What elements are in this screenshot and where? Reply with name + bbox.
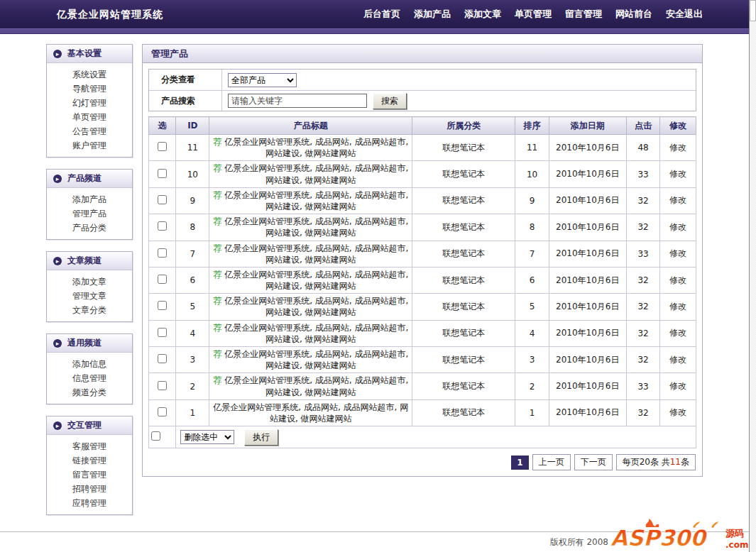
- category-select[interactable]: 全部产品: [228, 73, 297, 87]
- sidebar-item[interactable]: 账户管理: [47, 138, 132, 153]
- pagination: 1 上一页 下一页 每页20条 共11条: [148, 454, 696, 470]
- row-checkbox[interactable]: [158, 221, 167, 231]
- next-page-button[interactable]: 下一页: [574, 454, 613, 470]
- row-date: 2010年10月6日: [549, 161, 626, 187]
- edit-link[interactable]: 修改: [669, 275, 686, 285]
- prev-page-button[interactable]: 上一页: [532, 454, 571, 470]
- product-title: 亿景企业网站管理系统, 成品网站, 成品网站超市, 网站建设, 做网站建网站: [224, 243, 408, 265]
- col-clicks: 点击: [627, 117, 660, 135]
- row-checkbox[interactable]: [158, 195, 167, 204]
- sidebar-item[interactable]: 添加文章: [47, 275, 132, 289]
- sidebar-item[interactable]: 应聘管理: [47, 496, 132, 510]
- edit-link[interactable]: 修改: [669, 248, 686, 258]
- nav-item[interactable]: 添加文章: [464, 8, 501, 21]
- row-checkbox[interactable]: [158, 354, 167, 363]
- sidebar-item[interactable]: 信息管理: [47, 371, 132, 385]
- table-row: 10 荐亿景企业网站管理系统, 成品网站, 成品网站超市, 网站建设, 做网站建…: [149, 161, 696, 187]
- sidebar-item[interactable]: 导航管理: [47, 82, 132, 96]
- row-checkbox[interactable]: [158, 275, 167, 284]
- search-input[interactable]: [228, 94, 367, 108]
- sidebar-item[interactable]: 单页管理: [47, 110, 132, 124]
- row-checkbox[interactable]: [158, 169, 167, 178]
- nav-item[interactable]: 后台首页: [363, 8, 400, 21]
- row-category: 联想笔记本: [412, 161, 515, 187]
- row-id: 1: [176, 399, 209, 426]
- nav-item[interactable]: 网站前台: [615, 8, 652, 21]
- execute-button[interactable]: 执行: [244, 429, 278, 446]
- logo-brand-text: ASP300: [610, 525, 708, 551]
- scrollbar-thumb[interactable]: [750, 0, 756, 21]
- sidebar-item[interactable]: 频道分类: [47, 385, 132, 399]
- sidebar-item[interactable]: 文章分类: [47, 303, 132, 317]
- product-title: 亿景企业网站管理系统, 成品网站, 成品网站超市, 网站建设, 做网站建网站: [224, 163, 408, 184]
- table-row: 4 荐亿景企业网站管理系统, 成品网站, 成品网站超市, 网站建设, 做网站建网…: [149, 320, 696, 346]
- sidebar: ▸ 基本设置 系统设置导航管理幻灯管理单页管理公告管理账户管理 ▸ 产品频道 添…: [46, 44, 133, 526]
- edit-link[interactable]: 修改: [669, 169, 686, 179]
- row-checkbox[interactable]: [158, 407, 167, 416]
- sidebar-item[interactable]: 客服管理: [47, 439, 132, 453]
- sidebar-section-header: ▸ 通用频道: [47, 334, 132, 353]
- total-count: 11: [670, 457, 681, 467]
- sidebar-item[interactable]: 管理产品: [47, 206, 132, 221]
- vertical-scrollbar[interactable]: [749, 0, 756, 552]
- row-sort: 1: [515, 399, 549, 426]
- col-select: 选: [149, 117, 176, 135]
- row-clicks: 32: [627, 187, 660, 214]
- edit-link[interactable]: 修改: [669, 302, 686, 311]
- current-page: 1: [511, 456, 528, 470]
- row-id: 8: [176, 214, 209, 241]
- row-date: 2010年10月6日: [549, 241, 626, 267]
- edit-link[interactable]: 修改: [669, 355, 686, 365]
- sidebar-section-header: ▸ 基本设置: [47, 45, 132, 63]
- sidebar-item[interactable]: 公告管理: [47, 124, 132, 138]
- sidebar-item[interactable]: 招聘管理: [47, 482, 132, 496]
- nav-item[interactable]: 安全退出: [666, 8, 703, 21]
- row-checkbox[interactable]: [158, 301, 167, 310]
- select-all-checkbox[interactable]: [151, 431, 160, 441]
- row-clicks: 33: [627, 241, 660, 267]
- bulk-action-select[interactable]: 删除选中: [180, 430, 234, 444]
- table-row: 3 荐亿景企业网站管理系统, 成品网站, 成品网站超市, 网站建设, 做网站建网…: [149, 347, 696, 373]
- nav-item[interactable]: 单页管理: [515, 8, 552, 21]
- header-strip: [0, 28, 749, 34]
- row-clicks: 32: [627, 214, 660, 241]
- col-edit: 修改: [660, 117, 696, 135]
- row-clicks: 33: [627, 373, 660, 399]
- panel-body: 分类查看 全部产品 产品搜索 搜索: [143, 63, 702, 476]
- row-sort: 2: [515, 373, 549, 399]
- edit-link[interactable]: 修改: [669, 195, 686, 205]
- sidebar-item[interactable]: 添加信息: [47, 357, 132, 371]
- product-table-body: 11 荐亿景企业网站管理系统, 成品网站, 成品网站超市, 网站建设, 做网站建…: [149, 135, 696, 426]
- row-clicks: 32: [627, 347, 660, 373]
- row-checkbox[interactable]: [158, 248, 167, 258]
- row-checkbox[interactable]: [158, 328, 167, 337]
- row-clicks: 32: [627, 267, 660, 293]
- sidebar-item[interactable]: 添加产品: [47, 192, 132, 206]
- table-row: 1 亿景企业网站管理系统, 成品网站, 成品网站超市, 网站建设, 做网站建网站…: [149, 399, 696, 426]
- recommend-tag: 荐: [213, 163, 221, 173]
- sidebar-item[interactable]: 管理文章: [47, 289, 132, 303]
- nav-item[interactable]: 添加产品: [414, 8, 451, 21]
- sidebar-item[interactable]: 幻灯管理: [47, 96, 132, 110]
- page-title: 管理产品: [143, 45, 702, 63]
- edit-link[interactable]: 修改: [669, 407, 686, 417]
- sidebar-section-items: 添加文章管理文章文章分类: [47, 270, 132, 321]
- row-date: 2010年10月6日: [549, 267, 626, 293]
- row-checkbox[interactable]: [158, 142, 167, 151]
- sidebar-item[interactable]: 链接管理: [47, 453, 132, 468]
- sidebar-section-header: ▸ 文章频道: [47, 252, 132, 270]
- nav-item[interactable]: 留言管理: [565, 8, 602, 21]
- sidebar-item[interactable]: 留言管理: [47, 468, 132, 482]
- sidebar-item[interactable]: 系统设置: [47, 67, 132, 82]
- row-sort: 7: [515, 241, 549, 267]
- edit-link[interactable]: 修改: [669, 222, 686, 232]
- edit-link[interactable]: 修改: [669, 143, 686, 153]
- arrow-circle-icon: ▸: [53, 339, 62, 348]
- sidebar-item[interactable]: 产品分类: [47, 221, 132, 235]
- row-checkbox[interactable]: [158, 381, 167, 390]
- logo-com-text: .com: [725, 540, 748, 550]
- sidebar-section-header: ▸ 交互管理: [47, 416, 132, 435]
- edit-link[interactable]: 修改: [669, 381, 686, 391]
- search-button[interactable]: 搜索: [373, 93, 407, 109]
- edit-link[interactable]: 修改: [669, 328, 686, 338]
